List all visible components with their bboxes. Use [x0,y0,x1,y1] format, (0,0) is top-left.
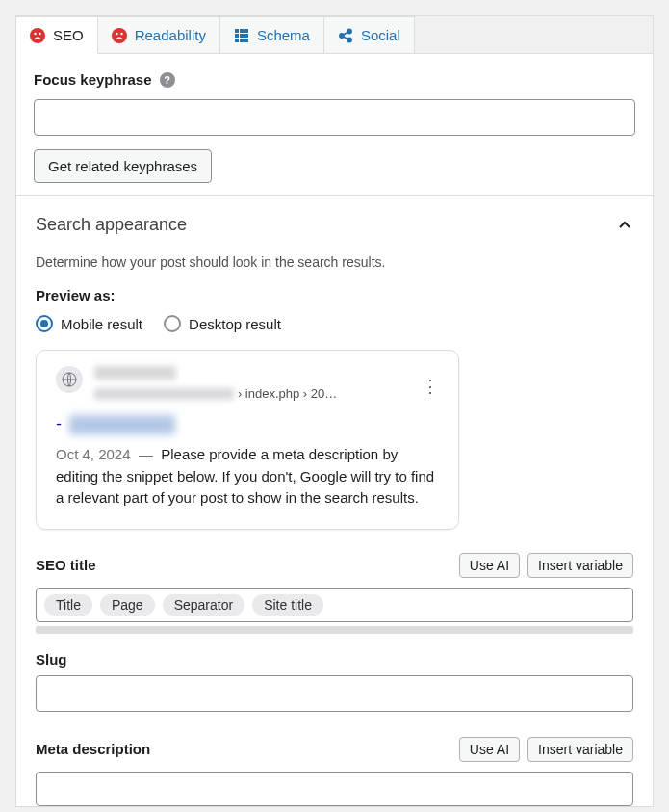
search-appearance-description: Determine how your post should look in t… [16,254,653,287]
grid-icon [234,28,249,43]
svg-rect-7 [240,29,244,33]
yoast-metabox: SEO Readability Schema Social Focus keyp… [15,15,654,807]
svg-rect-12 [235,39,239,42]
snippet-separator: — [139,446,153,462]
seo-title-progress [36,626,633,634]
svg-point-4 [116,32,117,34]
tab-label: Social [361,27,400,43]
tab-readability[interactable]: Readability [98,16,220,53]
search-appearance-title: Search appearance [36,215,187,235]
help-icon[interactable]: ? [160,72,175,88]
meta-description-label: Meta description [36,741,150,757]
redacted-sitename [94,366,176,380]
chevron-up-icon [616,217,633,234]
slug-input[interactable] [36,675,633,712]
snippet-url-area: › index.php › 20… [94,366,439,401]
token-site-title[interactable]: Site title [252,594,323,616]
redacted-domain [94,388,234,400]
tab-seo[interactable]: SEO [16,16,98,54]
sad-face-icon [112,28,127,43]
seo-title-header: SEO title Use AI Insert variable [16,547,653,588]
globe-icon [56,366,83,393]
svg-rect-14 [244,39,248,42]
get-related-keyphrases-button[interactable]: Get related keyphrases [34,149,212,183]
snippet-description: Oct 4, 2024 — Please provide a meta desc… [56,444,439,510]
focus-keyphrase-section: Focus keyphrase ? Get related keyphrases [16,54,653,195]
meta-description-header: Meta description Use AI Insert variable [16,731,653,772]
svg-point-1 [34,32,36,34]
insert-variable-button[interactable]: Insert variable [527,737,633,762]
svg-rect-13 [240,39,244,42]
insert-variable-button[interactable]: Insert variable [527,553,633,578]
svg-point-2 [39,32,40,34]
svg-rect-6 [235,29,239,33]
radio-mobile-result[interactable]: Mobile result [36,315,142,332]
radio-icon [36,315,53,332]
more-icon[interactable]: ⋮ [422,376,439,397]
preview-as-radiogroup: Mobile result Desktop result [16,315,653,350]
tab-label: SEO [53,27,84,43]
token-page[interactable]: Page [100,594,155,616]
snippet-date: Oct 4, 2024 [56,446,131,462]
radio-icon [164,315,181,332]
snippet-title-row: - [56,414,439,434]
search-appearance-toggle[interactable]: Search appearance [16,196,653,254]
token-separator[interactable]: Separator [163,594,244,616]
focus-keyphrase-input[interactable] [34,99,635,136]
svg-point-0 [30,28,45,43]
radio-label: Mobile result [61,316,142,332]
seo-title-input[interactable]: Title Page Separator Site title [36,588,633,622]
radio-desktop-result[interactable]: Desktop result [164,315,281,332]
snippet-preview[interactable]: › index.php › 20… ⋮ - Oct 4, 2024 — Plea… [36,350,459,530]
tab-strip: SEO Readability Schema Social [16,16,653,54]
token-title[interactable]: Title [44,594,92,616]
svg-point-3 [112,28,127,43]
snippet-title-dash: - [56,414,62,434]
use-ai-button[interactable]: Use AI [459,553,520,578]
slug-label: Slug [16,651,653,675]
svg-point-17 [347,38,351,41]
tab-label: Schema [257,27,310,43]
svg-point-16 [347,29,351,33]
tab-label: Readability [135,27,206,43]
sad-face-icon [30,28,45,43]
tab-social[interactable]: Social [324,16,415,53]
svg-rect-11 [244,34,248,38]
seo-title-label: SEO title [36,557,96,573]
preview-as-label: Preview as: [16,287,653,315]
radio-label: Desktop result [189,316,281,332]
focus-keyphrase-label: Focus keyphrase [34,71,152,88]
meta-description-input[interactable] [36,772,633,806]
snippet-url-path: › index.php › 20… [238,386,337,401]
svg-line-18 [344,32,347,35]
use-ai-button[interactable]: Use AI [459,737,520,762]
svg-rect-10 [240,34,244,38]
redacted-title [69,415,175,434]
tab-schema[interactable]: Schema [220,16,324,53]
svg-line-19 [344,37,347,39]
svg-rect-8 [244,29,248,33]
share-icon [338,28,353,43]
svg-point-5 [120,32,122,34]
svg-rect-9 [235,34,239,38]
